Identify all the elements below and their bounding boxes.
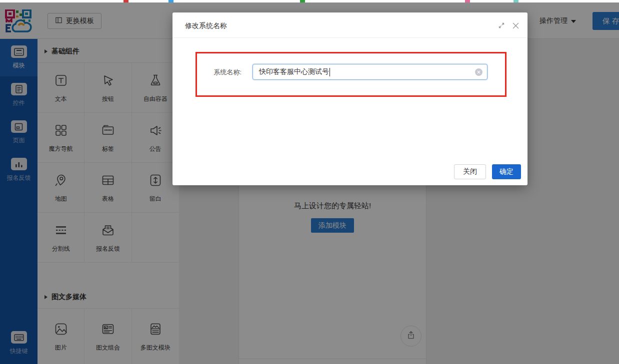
- favicon-fragment: [124, 0, 128, 2]
- favicon-fragment: [465, 0, 470, 2]
- clear-icon[interactable]: [475, 68, 482, 76]
- system-name-input[interactable]: 快印客客服中心测试号: [252, 64, 488, 80]
- dialog-header: 修改系统名称: [172, 12, 528, 38]
- text-caret: [330, 68, 330, 76]
- close-icon[interactable]: [512, 21, 520, 29]
- favicon-fragment: [168, 0, 174, 2]
- system-name-value: 快印客客服中心测试号: [259, 67, 329, 76]
- dialog-title: 修改系统名称: [185, 21, 227, 30]
- maximize-icon[interactable]: [498, 21, 506, 29]
- dialog-footer: 关闭 确定: [454, 164, 521, 179]
- browser-bookmarks-strip: [0, 0, 619, 2]
- rename-system-dialog: 修改系统名称 系统名称: 快印客客服中心测试号 关闭 确定: [172, 12, 528, 185]
- close-button[interactable]: 关闭: [454, 164, 486, 179]
- system-name-label: 系统名称:: [202, 68, 242, 77]
- editor-window: 更换模板 操作管理 保存 模块控件页面报名反馈快捷键 基础组件文本按钮自由容器魔…: [0, 0, 619, 364]
- confirm-button[interactable]: 确定: [492, 164, 521, 179]
- favicon-fragment: [514, 0, 518, 2]
- system-name-form-row: 系统名称: 快印客客服中心测试号: [172, 64, 528, 80]
- favicon-fragment: [300, 0, 305, 2]
